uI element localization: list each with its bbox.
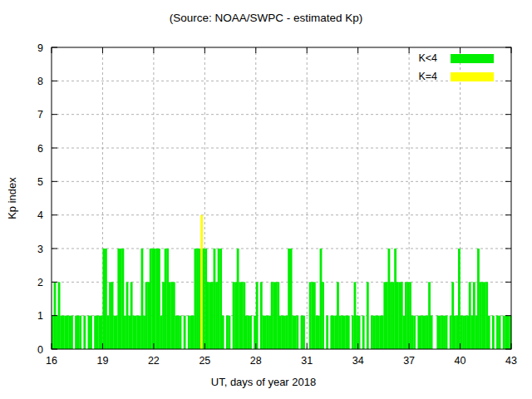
kp-bar-green (383, 282, 386, 349)
kp-bar-green (239, 282, 241, 349)
kp-bar-green (411, 316, 414, 349)
kp-bar-green (309, 282, 312, 349)
kp-bar-green (332, 316, 335, 349)
kp-bar-green (204, 249, 207, 349)
kp-bar-green (256, 282, 259, 349)
y-tick-label: 8 (37, 76, 43, 87)
kp-chart: (Source: NOAA/SWPC - estimated Kp) Kp in… (0, 0, 532, 399)
kp-bar-green (320, 249, 323, 349)
kp-bar-green (273, 282, 275, 349)
kp-bar-green (470, 316, 473, 349)
kp-bar-green (177, 316, 180, 349)
kp-bar-green (155, 249, 158, 349)
kp-bar-green (465, 316, 467, 349)
kp-bar-green (488, 316, 490, 349)
kp-bar-green (58, 282, 61, 349)
kp-bar-green (66, 316, 69, 349)
kp-bar-green (426, 316, 429, 349)
kp-bar-green (141, 249, 144, 349)
kp-bar-green (475, 316, 477, 349)
kp-bar-green (111, 282, 114, 349)
kp-bar-green (195, 249, 197, 349)
kp-bar-green (345, 316, 347, 349)
kp-bar-green (402, 316, 405, 349)
x-tick-label: 25 (199, 355, 210, 367)
kp-bar-green (109, 282, 111, 349)
kp-bar-green (267, 316, 269, 349)
y-tick-label: 5 (37, 176, 43, 188)
kp-bar-green (390, 282, 392, 349)
x-tick-label: 16 (46, 355, 57, 367)
kp-bar-green (458, 249, 461, 349)
kp-bar-green (303, 316, 305, 349)
kp-bar-green (249, 316, 252, 349)
kp-bar-green (322, 282, 324, 349)
kp-bar-green (60, 316, 62, 349)
kp-bar-green (398, 282, 401, 349)
kp-bar-green (83, 316, 86, 349)
y-tick-label: 2 (37, 277, 43, 288)
kp-bar-green (313, 282, 316, 349)
kp-bar-green (275, 282, 278, 349)
kp-bar-green (446, 316, 448, 349)
kp-bar-green (367, 282, 369, 349)
kp-bar-green (392, 282, 395, 349)
kp-bar-green (394, 249, 397, 349)
kp-bar-green (301, 316, 303, 349)
kp-bar-green (484, 282, 486, 349)
kp-bar-green (245, 316, 248, 349)
kp-bar-green (192, 316, 195, 349)
kp-bar-green (283, 316, 286, 349)
kp-bar-green (237, 249, 239, 349)
kp-bar-green (214, 249, 216, 349)
kp-bar-green (441, 316, 444, 349)
x-axis-label: UT, days of year 2018 (0, 376, 527, 388)
kp-bar-green (492, 316, 495, 349)
kp-bar-green (117, 249, 120, 349)
kp-bar-green (382, 316, 384, 349)
kp-bar-green (428, 282, 431, 349)
kp-bar-green (173, 282, 175, 349)
legend-item-klt4: K<4 (418, 49, 494, 67)
y-tick-label: 1 (37, 310, 43, 322)
kp-bar-green (116, 316, 118, 349)
kp-bar-green (443, 316, 446, 349)
kp-bar-green (337, 282, 339, 349)
kp-bar-green (222, 316, 224, 349)
legend-swatch-green (451, 54, 494, 63)
x-tick-label: 22 (148, 355, 160, 367)
kp-bar-green (439, 316, 441, 349)
kp-bar-green (219, 249, 222, 349)
kp-bar-green (431, 316, 433, 349)
x-tick-label: 34 (352, 355, 364, 367)
kp-bar-green (388, 249, 391, 349)
x-tick-label: 28 (250, 355, 262, 367)
kp-bar-green (243, 282, 245, 349)
kp-bar-green (88, 316, 91, 349)
kp-bar-green (371, 316, 373, 349)
kp-bar-green (335, 316, 337, 349)
kp-bar-green (485, 282, 488, 349)
legend: K<4 K=4 (418, 49, 494, 86)
kp-bar-green (120, 249, 122, 349)
kp-bar-green (184, 316, 186, 349)
kp-bar-green (294, 316, 297, 349)
kp-bar-green (260, 282, 263, 349)
kp-bar-green (456, 316, 458, 349)
kp-bar-green (56, 316, 58, 349)
kp-bar-green (473, 282, 475, 349)
kp-bar-green (341, 316, 343, 349)
kp-bar-green (135, 316, 137, 349)
kp-bar-green (79, 316, 81, 349)
kp-bar-green (454, 316, 456, 349)
kp-bar-green (154, 249, 156, 349)
kp-bar-green (462, 316, 465, 349)
kp-bar-green (288, 249, 290, 349)
kp-bar-green (75, 316, 77, 349)
legend-label-klt4: K<4 (418, 52, 437, 64)
kp-bar-green (105, 249, 107, 349)
kp-bar-green (262, 316, 264, 349)
kp-bar-green (150, 249, 152, 349)
kp-bar-green (98, 316, 101, 349)
kp-bar-green (373, 316, 376, 349)
